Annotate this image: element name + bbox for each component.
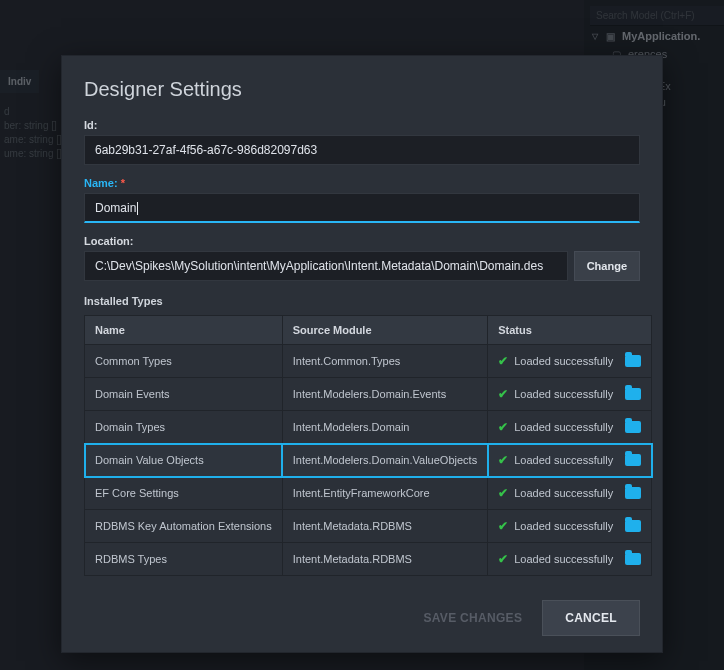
check-icon: ✔ bbox=[498, 552, 508, 566]
open-folder-icon[interactable] bbox=[625, 388, 641, 400]
check-icon: ✔ bbox=[498, 519, 508, 533]
type-name: RDBMS Key Automation Extensions bbox=[85, 510, 283, 543]
table-row[interactable]: Domain Value ObjectsIntent.Modelers.Doma… bbox=[85, 444, 652, 477]
type-status: ✔Loaded successfully bbox=[488, 543, 652, 576]
status-text: Loaded successfully bbox=[514, 355, 613, 367]
type-source: Intent.EntityFrameworkCore bbox=[282, 477, 487, 510]
text-caret-icon bbox=[137, 202, 138, 215]
col-source: Source Module bbox=[282, 316, 487, 345]
type-source: Intent.Common.Types bbox=[282, 345, 487, 378]
type-status: ✔Loaded successfully bbox=[488, 477, 652, 510]
type-status: ✔Loaded successfully bbox=[488, 378, 652, 411]
status-text: Loaded successfully bbox=[514, 520, 613, 532]
table-row[interactable]: Domain EventsIntent.Modelers.Domain.Even… bbox=[85, 378, 652, 411]
installed-types-label: Installed Types bbox=[84, 295, 640, 307]
type-name: RDBMS Types bbox=[85, 543, 283, 576]
table-row[interactable]: Common TypesIntent.Common.Types✔Loaded s… bbox=[85, 345, 652, 378]
type-status: ✔Loaded successfully bbox=[488, 411, 652, 444]
name-input[interactable]: Domain bbox=[84, 193, 640, 223]
table-row[interactable]: Domain TypesIntent.Modelers.Domain✔Loade… bbox=[85, 411, 652, 444]
save-changes-button: SAVE CHANGES bbox=[415, 601, 530, 635]
modal-title: Designer Settings bbox=[84, 78, 640, 101]
type-name: EF Core Settings bbox=[85, 477, 283, 510]
check-icon: ✔ bbox=[498, 387, 508, 401]
table-row[interactable]: RDBMS TypesIntent.Metadata.RDBMS✔Loaded … bbox=[85, 543, 652, 576]
change-location-button[interactable]: Change bbox=[574, 251, 640, 281]
type-name: Domain Types bbox=[85, 411, 283, 444]
open-folder-icon[interactable] bbox=[625, 520, 641, 532]
status-text: Loaded successfully bbox=[514, 421, 613, 433]
open-folder-icon[interactable] bbox=[625, 487, 641, 499]
check-icon: ✔ bbox=[498, 453, 508, 467]
id-label: Id: bbox=[84, 119, 640, 131]
type-source: Intent.Modelers.Domain bbox=[282, 411, 487, 444]
name-label: Name:* bbox=[84, 177, 640, 189]
status-text: Loaded successfully bbox=[514, 487, 613, 499]
table-row[interactable]: EF Core SettingsIntent.EntityFrameworkCo… bbox=[85, 477, 652, 510]
col-status: Status bbox=[488, 316, 652, 345]
type-status: ✔Loaded successfully bbox=[488, 510, 652, 543]
id-display: 6ab29b31-27af-4f56-a67c-986d82097d63 bbox=[84, 135, 640, 165]
location-display: C:\Dev\Spikes\MySolution\intent\MyApplic… bbox=[84, 251, 568, 281]
open-folder-icon[interactable] bbox=[625, 421, 641, 433]
installed-types-table: Name Source Module Status Common TypesIn… bbox=[84, 315, 652, 576]
type-source: Intent.Modelers.Domain.Events bbox=[282, 378, 487, 411]
check-icon: ✔ bbox=[498, 420, 508, 434]
type-status: ✔Loaded successfully bbox=[488, 345, 652, 378]
check-icon: ✔ bbox=[498, 486, 508, 500]
open-folder-icon[interactable] bbox=[625, 553, 641, 565]
type-name: Common Types bbox=[85, 345, 283, 378]
type-source: Intent.Metadata.RDBMS bbox=[282, 510, 487, 543]
type-name: Domain Events bbox=[85, 378, 283, 411]
type-name: Domain Value Objects bbox=[85, 444, 283, 477]
type-source: Intent.Modelers.Domain.ValueObjects bbox=[282, 444, 487, 477]
status-text: Loaded successfully bbox=[514, 454, 613, 466]
cancel-button[interactable]: CANCEL bbox=[542, 600, 640, 636]
col-name: Name bbox=[85, 316, 283, 345]
type-source: Intent.Metadata.RDBMS bbox=[282, 543, 487, 576]
table-row[interactable]: RDBMS Key Automation ExtensionsIntent.Me… bbox=[85, 510, 652, 543]
type-status: ✔Loaded successfully bbox=[488, 444, 652, 477]
open-folder-icon[interactable] bbox=[625, 454, 641, 466]
status-text: Loaded successfully bbox=[514, 553, 613, 565]
location-label: Location: bbox=[84, 235, 640, 247]
open-folder-icon[interactable] bbox=[625, 355, 641, 367]
status-text: Loaded successfully bbox=[514, 388, 613, 400]
designer-settings-modal: Designer Settings Id: 6ab29b31-27af-4f56… bbox=[61, 55, 663, 653]
check-icon: ✔ bbox=[498, 354, 508, 368]
